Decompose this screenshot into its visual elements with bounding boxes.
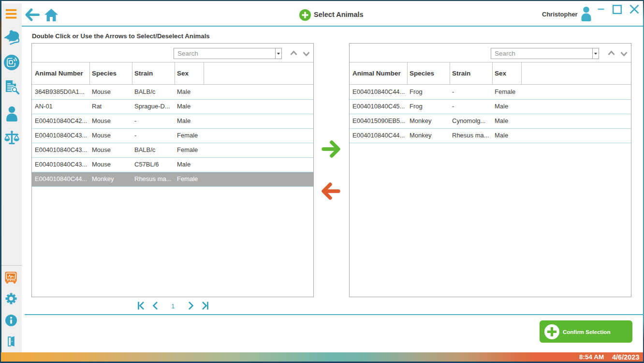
svg-text:1: 1 (171, 302, 175, 310)
